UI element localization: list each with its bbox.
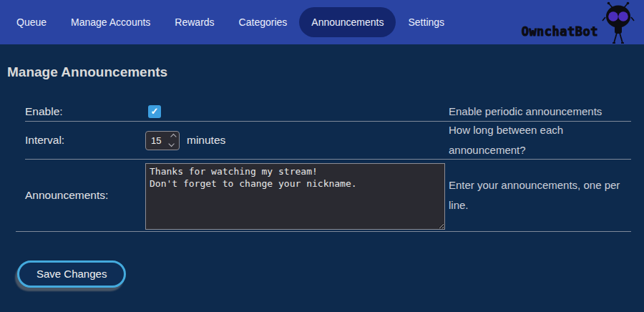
announcements-help-text: Enter your announcements, one per line. bbox=[449, 175, 631, 215]
form-row-interval: Interval: 15 minutes How long between ea… bbox=[25, 122, 631, 160]
enable-help-text: Enable periodic announcements bbox=[449, 102, 631, 122]
announcements-textarea[interactable]: Thanks for watching my stream! Don't for… bbox=[145, 163, 445, 230]
enable-checkbox[interactable]: ✓ bbox=[148, 105, 161, 118]
announcements-form: Enable: ✓ Enable periodic announcements … bbox=[25, 102, 631, 232]
chevron-down-icon[interactable] bbox=[168, 141, 174, 147]
interval-unit-label: minutes bbox=[187, 134, 225, 147]
ownchatbot-logo: OwnchatBot bbox=[522, 0, 637, 44]
enable-label: Enable: bbox=[25, 105, 145, 118]
interval-label: Interval: bbox=[25, 134, 145, 147]
main-content: Manage Announcements Enable: ✓ Enable pe… bbox=[0, 44, 644, 288]
nav-item-rewards[interactable]: Rewards bbox=[162, 7, 226, 37]
nav-item-announcements[interactable]: Announcements bbox=[299, 7, 396, 37]
nav-item-queue[interactable]: Queue bbox=[4, 7, 59, 37]
top-navigation: Queue Manage Accounts Rewards Categories… bbox=[0, 0, 644, 44]
interval-spinner[interactable] bbox=[169, 133, 176, 147]
chevron-up-icon[interactable] bbox=[170, 134, 176, 140]
form-row-announcements: Announcements: Thanks for watching my st… bbox=[25, 160, 631, 231]
announcements-label: Announcements: bbox=[25, 189, 145, 202]
form-row-enable: Enable: ✓ Enable periodic announcements bbox=[25, 102, 631, 122]
save-changes-button[interactable]: Save Changes bbox=[17, 260, 126, 288]
nav-item-manage-accounts[interactable]: Manage Accounts bbox=[59, 7, 162, 37]
logo-text: OwnchatBot bbox=[522, 24, 598, 44]
interval-value: 15 bbox=[151, 135, 169, 146]
interval-input[interactable]: 15 bbox=[145, 131, 180, 150]
interval-help-text: How long between each announcement? bbox=[449, 120, 631, 160]
nav-item-categories[interactable]: Categories bbox=[227, 7, 300, 37]
checkmark-icon: ✓ bbox=[151, 107, 159, 116]
robot-mascot-icon bbox=[600, 1, 637, 44]
nav-item-settings[interactable]: Settings bbox=[396, 7, 457, 37]
form-bottom-divider bbox=[16, 231, 631, 232]
page-title: Manage Announcements bbox=[7, 64, 644, 80]
